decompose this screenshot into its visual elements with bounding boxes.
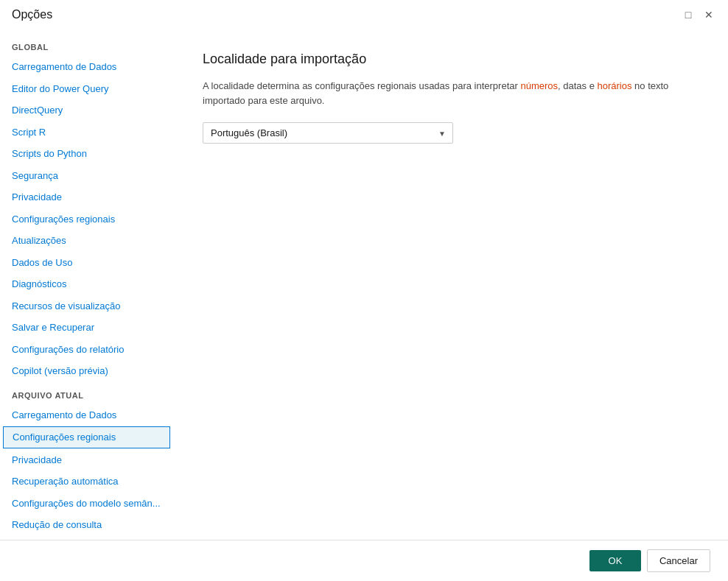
sidebar-item-configuracoes-relatorio[interactable]: Configurações do relatório [0,339,173,361]
sidebar-item-atualizacoes[interactable]: Atualizações [0,230,173,252]
sidebar-item-direct-query[interactable]: DirectQuery [0,99,173,122]
sidebar-item-arq-modelo-semantico[interactable]: Configurações do modelo semân... [0,493,173,515]
sidebar-item-privacidade[interactable]: Privacidade [0,186,173,208]
dialog-body: GLOBAL Carregamento de DadosEditor do Po… [0,28,728,540]
dialog-footer: OK Cancelar [0,540,728,581]
sidebar-item-dados-uso[interactable]: Dados de Uso [0,252,173,274]
desc-highlight2: horários [598,80,632,91]
global-section-label: GLOBAL [0,34,173,56]
content-description: A localidade determina as configurações … [203,79,699,108]
sidebar-item-configuracoes-regionais[interactable]: Configurações regionais [0,208,173,230]
desc-part1: A localidade determina as configurações … [203,80,520,91]
sidebar-item-carregamento-dados[interactable]: Carregamento de Dados [0,56,173,78]
options-dialog: Opções □ ✕ GLOBAL Carregamento de DadosE… [0,0,728,581]
sidebar-item-editor-power-query[interactable]: Editor do Power Query [0,78,173,100]
arquivo-section-label: ARQUIVO ATUAL [0,382,173,404]
window-controls: □ ✕ [681,7,716,22]
content-title: Localidade para importação [203,52,699,67]
main-content: Localidade para importação A localidade … [173,28,728,540]
desc-part2: , datas e [558,80,597,91]
sidebar: GLOBAL Carregamento de DadosEditor do Po… [0,28,173,540]
minimize-button[interactable]: □ [681,7,696,22]
ok-button[interactable]: OK [589,550,641,571]
global-items: Carregamento de DadosEditor do Power Que… [0,56,173,382]
locale-select-wrapper: Português (Brasil)Inglês (Estados Unidos… [203,122,453,144]
sidebar-item-scripts-python[interactable]: Scripts do Python [0,143,173,165]
title-bar: Opções □ ✕ [0,0,728,28]
sidebar-item-seguranca[interactable]: Segurança [0,165,173,187]
desc-highlight1: números [520,80,558,91]
sidebar-item-copilot[interactable]: Copilot (versão prévia) [0,360,173,382]
sidebar-item-arq-reducao-consulta[interactable]: Redução de consulta [0,514,173,536]
sidebar-item-arq-recuperacao[interactable]: Recuperação automática [0,471,173,493]
arquivo-items: Carregamento de DadosConfigurações regio… [0,404,173,540]
sidebar-item-salvar-recuperar[interactable]: Salvar e Recuperar [0,317,173,339]
cancel-button[interactable]: Cancelar [647,549,710,572]
sidebar-item-arq-privacidade[interactable]: Privacidade [0,449,173,471]
dialog-title: Opções [12,8,52,21]
sidebar-item-recursos-visualizacao[interactable]: Recursos de visualização [0,295,173,317]
close-button[interactable]: ✕ [701,7,716,22]
locale-select[interactable]: Português (Brasil)Inglês (Estados Unidos… [203,122,453,144]
sidebar-item-arq-carregamento-dados[interactable]: Carregamento de Dados [0,404,173,426]
sidebar-item-script-r[interactable]: Script R [0,122,173,144]
sidebar-item-arq-configuracoes-regionais[interactable]: Configurações regionais [3,426,170,448]
sidebar-item-diagnosticos[interactable]: Diagnósticos [0,273,173,295]
